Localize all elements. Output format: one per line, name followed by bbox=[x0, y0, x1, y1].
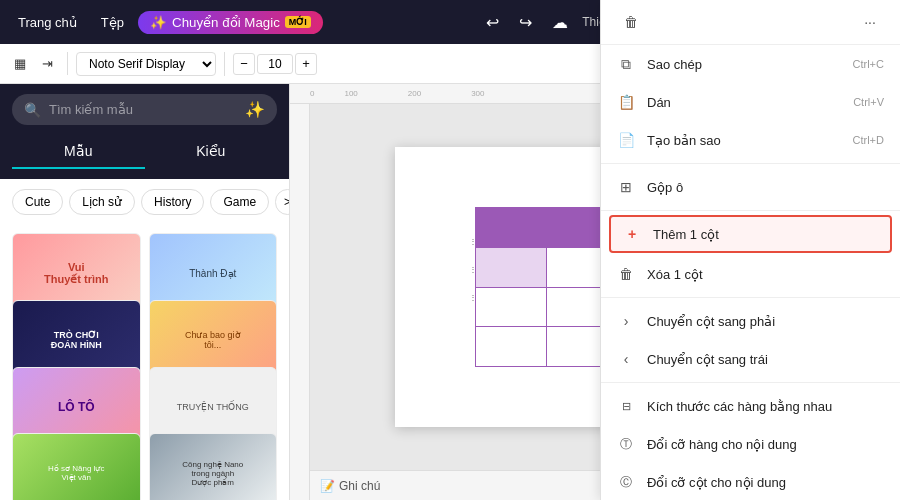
search-input[interactable] bbox=[49, 102, 237, 117]
search-icon: 🔍 bbox=[24, 102, 41, 118]
duplicate-shortcut: Ctrl+D bbox=[853, 134, 884, 146]
equal-rows-icon: ⊟ bbox=[617, 397, 635, 415]
row-handle-2[interactable]: ⋮ bbox=[470, 255, 476, 283]
magic-button[interactable]: ✨ Chuyển đổi Magic MỚI bbox=[138, 11, 323, 34]
delete-column-icon: 🗑 bbox=[617, 265, 635, 283]
row-handles: ⋮ ⋮ ⋮ bbox=[470, 227, 476, 311]
row-handle-3[interactable]: ⋮ bbox=[470, 283, 476, 311]
font-size-control: − + bbox=[233, 53, 317, 75]
paste-label: Dán bbox=[647, 95, 671, 110]
move-right-icon: › bbox=[617, 312, 635, 330]
add-column-label: Thêm 1 cột bbox=[653, 227, 719, 242]
sidebar-search-area: 🔍 ✨ bbox=[0, 84, 289, 135]
menu-item-add-column[interactable]: + Thêm 1 cột bbox=[609, 215, 892, 253]
search-box: 🔍 ✨ bbox=[12, 94, 277, 125]
menu-item-move-left[interactable]: ‹ Chuyển cột sang trái bbox=[601, 340, 900, 378]
filter-chips: Cute Lịch sử History Game > bbox=[0, 179, 289, 225]
move-right-label: Chuyển cột sang phải bbox=[647, 314, 775, 329]
paste-shortcut: Ctrl+V bbox=[853, 96, 884, 108]
duplicate-label: Tạo bản sao bbox=[647, 133, 721, 148]
menu-item-merge[interactable]: ⊞ Gộp ô bbox=[601, 168, 900, 206]
template-card-7[interactable]: Hồ sơ Năng lựcViệt văn bbox=[12, 433, 141, 500]
main-content: 🔍 ✨ Mẫu Kiểu Cute Lịch sử History Game >… bbox=[0, 84, 900, 500]
ruler-left bbox=[290, 104, 310, 500]
move-left-icon: ‹ bbox=[617, 350, 635, 368]
context-menu-top-icons: 🗑 ··· bbox=[601, 0, 900, 45]
equal-rows-label: Kích thước các hàng bằng nhau bbox=[647, 399, 832, 414]
fit-col-label: Đổi cỡ cột cho nội dung bbox=[647, 475, 786, 490]
file-button[interactable]: Tệp bbox=[91, 11, 134, 34]
paste-icon: 📋 bbox=[617, 93, 635, 111]
duplicate-icon: 📄 bbox=[617, 131, 635, 149]
font-size-decrease-button[interactable]: − bbox=[233, 53, 255, 75]
tab-kieu[interactable]: Kiểu bbox=[145, 135, 278, 169]
copy-icon: ⧉ bbox=[617, 55, 635, 73]
template-card-7-content: Hồ sơ Năng lựcViệt văn bbox=[13, 434, 140, 500]
notes-button[interactable]: 📝 Ghi chú bbox=[320, 479, 380, 493]
toolbar-font-section: Noto Serif Display bbox=[76, 52, 225, 76]
delete-column-label: Xóa 1 cột bbox=[647, 267, 703, 282]
notes-icon: 📝 bbox=[320, 479, 335, 493]
chip-more-button[interactable]: > bbox=[275, 189, 289, 215]
menu-divider-1 bbox=[601, 163, 900, 164]
new-badge: MỚI bbox=[285, 16, 311, 28]
search-magic-icon: ✨ bbox=[245, 100, 265, 119]
font-family-select[interactable]: Noto Serif Display bbox=[76, 52, 216, 76]
context-menu: 🗑 ··· ⧉ Sao chép Ctrl+C 📋 Dán Ctrl+V 📄 T… bbox=[600, 0, 900, 500]
template-card-8-content: Công nghệ Nanotrong ngànhDược phẩm bbox=[150, 434, 277, 500]
font-size-input[interactable] bbox=[257, 54, 293, 74]
menu-item-copy[interactable]: ⧉ Sao chép Ctrl+C bbox=[601, 45, 900, 83]
chip-cute[interactable]: Cute bbox=[12, 189, 63, 215]
notes-label: Ghi chú bbox=[339, 479, 380, 493]
template-grid: VuiThuyết trình Thành Đạt TRÒ CHƠIĐOÁN H… bbox=[0, 225, 289, 500]
copy-label: Sao chép bbox=[647, 57, 702, 72]
merge-icon: ⊞ bbox=[617, 178, 635, 196]
menu-item-paste[interactable]: 📋 Dán Ctrl+V bbox=[601, 83, 900, 121]
menu-divider-2 bbox=[601, 210, 900, 211]
more-options-button[interactable]: ··· bbox=[856, 8, 884, 36]
fit-row-icon: Ⓣ bbox=[617, 435, 635, 453]
cloud-save-button[interactable]: ☁ bbox=[546, 9, 574, 36]
merge-label: Gộp ô bbox=[647, 180, 683, 195]
delete-icon-button[interactable]: 🗑 bbox=[617, 8, 645, 36]
magic-label: Chuyển đổi Magic bbox=[172, 15, 280, 30]
font-size-increase-button[interactable]: + bbox=[295, 53, 317, 75]
sidebar: 🔍 ✨ Mẫu Kiểu Cute Lịch sử History Game >… bbox=[0, 84, 290, 500]
grid-view-button[interactable]: ▦ bbox=[8, 52, 32, 75]
tab-mau[interactable]: Mẫu bbox=[12, 135, 145, 169]
menu-item-move-right[interactable]: › Chuyển cột sang phải bbox=[601, 302, 900, 340]
chip-lich-su[interactable]: Lịch sử bbox=[69, 189, 135, 215]
menu-item-fit-row[interactable]: Ⓣ Đổi cỡ hàng cho nội dung bbox=[601, 425, 900, 463]
fit-row-label: Đổi cỡ hàng cho nội dung bbox=[647, 437, 797, 452]
menu-item-delete-column[interactable]: 🗑 Xóa 1 cột bbox=[601, 255, 900, 293]
fit-col-icon: Ⓒ bbox=[617, 473, 635, 491]
toolbar-layout-section: ▦ ⇥ bbox=[8, 52, 68, 75]
menu-divider-4 bbox=[601, 382, 900, 383]
chip-game[interactable]: Game bbox=[210, 189, 269, 215]
menu-divider-3 bbox=[601, 297, 900, 298]
align-button[interactable]: ⇥ bbox=[36, 52, 59, 75]
undo-button[interactable]: ↩ bbox=[480, 9, 505, 36]
menu-item-duplicate[interactable]: 📄 Tạo bản sao Ctrl+D bbox=[601, 121, 900, 159]
menu-item-fit-col[interactable]: Ⓒ Đổi cỡ cột cho nội dung bbox=[601, 463, 900, 500]
row-handle-1[interactable]: ⋮ bbox=[470, 227, 476, 255]
template-card-8[interactable]: Công nghệ Nanotrong ngànhDược phẩm bbox=[149, 433, 278, 500]
move-left-label: Chuyển cột sang trái bbox=[647, 352, 768, 367]
magic-star-icon: ✨ bbox=[150, 15, 167, 30]
menu-item-equal-rows[interactable]: ⊟ Kích thước các hàng bằng nhau bbox=[601, 387, 900, 425]
add-column-icon: + bbox=[623, 225, 641, 243]
home-button[interactable]: Trang chủ bbox=[8, 11, 87, 34]
chip-history[interactable]: History bbox=[141, 189, 204, 215]
redo-button[interactable]: ↪ bbox=[513, 9, 538, 36]
copy-shortcut: Ctrl+C bbox=[853, 58, 884, 70]
sidebar-tabs: Mẫu Kiểu bbox=[0, 135, 289, 179]
